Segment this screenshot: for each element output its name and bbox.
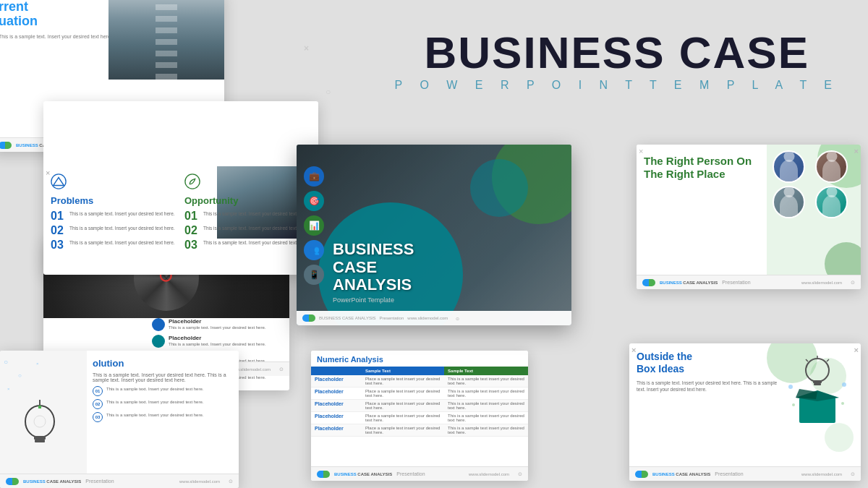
icon-tablet: 📱 <box>304 265 324 285</box>
slide-problems-opportunity: × × Problems 01 This is a sample text. I… <box>43 101 318 275</box>
main-title: BUSINESS CASE <box>395 29 839 76</box>
toggle-icon-br <box>635 471 648 478</box>
center-icons: 💼 🎯 📊 👥 📱 <box>304 166 324 285</box>
right-person-title: The Right Person On The Right Place <box>644 155 760 181</box>
avatar-2 <box>815 150 848 183</box>
svg-point-0 <box>51 174 66 189</box>
url-bl: www.slidemodel.com <box>179 479 220 484</box>
solution-title: olution <box>93 358 233 369</box>
avatar-4 <box>815 186 848 218</box>
rt-footer: BUSINESS CASE ANALYSIS Presentation www.… <box>637 275 861 289</box>
pres-rt: Presentation <box>722 280 750 285</box>
svg-marker-1 <box>54 178 64 186</box>
numeric-table: Sample Text Sample Text Placeholder Plac… <box>311 367 528 437</box>
toggle-icon-rt <box>642 279 655 286</box>
col1-header: Sample Text <box>362 367 444 375</box>
table-row: Placeholder Place a sample text insert y… <box>311 412 528 424</box>
center-title-block: BUSINESS CASE ANALYSIS PowerPoint Templa… <box>333 241 414 304</box>
toggle-icon-bl <box>6 478 19 485</box>
sol-num-1: 01 <box>93 386 103 396</box>
opp-2-text: This is a sample text. Insert your desir… <box>203 225 309 231</box>
svg-rect-4 <box>34 436 46 440</box>
sol-text-3: This is a sample text. Insert your desir… <box>106 412 203 419</box>
svg-point-3 <box>25 406 54 437</box>
slide-right-person: The Right Person On The Right Place <box>637 145 861 289</box>
url-bc: www.slidemodel.com <box>469 472 509 476</box>
slide-numeric-analysis: Numeric Analysis Sample Text Sample Text… <box>311 351 528 481</box>
pres-bl: Presentation <box>85 479 114 484</box>
center-main-title: BUSINESS CASE ANALYSIS <box>333 241 414 294</box>
topleft-subheader: uation <box>0 14 38 28</box>
icon-target: 🎯 <box>304 191 324 211</box>
slide-outside-box: × × <box>629 343 861 481</box>
brand-bl: BUSINESS CASE ANALYSIS <box>23 479 81 484</box>
ph-title-2: Placeholder <box>169 335 265 341</box>
svg-point-2 <box>185 174 200 189</box>
problem-3-text: This is a sample text. Insert your desir… <box>69 239 175 246</box>
toggle-icon-center <box>302 314 315 322</box>
url-br: www.slidemodel.com <box>801 472 842 476</box>
problem-1-text: This is a sample text. Insert your desir… <box>69 210 175 217</box>
table-row: Placeholder Place a sample text insert y… <box>311 375 528 388</box>
lightbulb-icon <box>14 400 65 458</box>
opportunity-column: Opportunity 01 This is a sample text. In… <box>184 174 311 254</box>
solution-intro: This is a sample text. Insert your desir… <box>93 372 233 382</box>
right-person-content: The Right Person On The Right Place <box>637 145 767 275</box>
slide-center-main: 💼 🎯 📊 👥 📱 BUSINESS CASE ANALYSIS PowerPo… <box>297 145 571 325</box>
ph-title-1: Placeholder <box>169 318 265 325</box>
topleft-image <box>109 0 224 80</box>
pres-center: Presentation <box>380 316 404 320</box>
opp-3-text: This is a sample text. Insert your desir… <box>203 239 309 246</box>
toggle-icon-bc <box>317 471 330 478</box>
teal-circle2-bg <box>470 159 528 217</box>
table-row: Placeholder Place a sample text insert y… <box>311 424 528 437</box>
brand-bc: BUSINESS CASE ANALYSIS <box>334 472 392 476</box>
toggle-icon <box>0 142 12 149</box>
br-footer: BUSINESS CASE ANALYSIS Presentation www.… <box>629 466 861 481</box>
leaf-icon <box>184 174 200 189</box>
outside-box-content: Outside the Box Ideas This is a sample t… <box>629 343 861 466</box>
title-area: BUSINESS CASE P O W E R P O I N T T E M … <box>395 29 839 92</box>
brand-rt: BUSINESS CASE ANALYSIS <box>660 281 718 285</box>
opportunity-title: Opportunity <box>184 195 311 206</box>
topleft-header: rrent <box>0 0 28 14</box>
warning-icon <box>51 174 67 189</box>
sol-num-3: 03 <box>93 412 103 422</box>
green-circle-br <box>825 242 861 275</box>
icon-people: 👥 <box>304 240 324 260</box>
icon-chart: 📊 <box>304 215 324 236</box>
outside-box-text: This is a sample text. Insert your desir… <box>637 380 781 459</box>
subtitle: P O W E R P O I N T T E M P L A T E <box>395 79 839 92</box>
center-subtitle: PowerPoint Template <box>333 296 414 304</box>
pres-bc: Presentation <box>396 471 425 476</box>
bulb-decoration: ○ ○ × × <box>0 351 87 474</box>
url-center: www.slidemodel.com <box>407 316 448 320</box>
bottom-left-footer: BUSINESS CASE ANALYSIS Presentation www.… <box>0 474 239 488</box>
x-mark-rt2: × <box>639 147 643 155</box>
problems-column: Problems 01 This is a sample text. Inser… <box>51 174 177 254</box>
center-slide-footer: BUSINESS CASE ANALYSIS Presentation www.… <box>297 311 571 325</box>
problem-2-text: This is a sample text. Insert your desir… <box>69 225 175 231</box>
avatar-grid <box>767 145 861 224</box>
sol-text-1: This is a sample text. Insert your desir… <box>106 386 203 393</box>
brand-br: BUSINESS CASE ANALYSIS <box>652 472 710 476</box>
brand-center: BUSINESS CASE ANALYSIS <box>319 316 376 320</box>
avatar-3 <box>773 186 805 218</box>
problems-title: Problems <box>51 195 177 206</box>
svg-rect-7 <box>38 406 41 408</box>
sol-text-2: This is a sample text. Insert your desir… <box>106 399 203 406</box>
slide-solution: ○ ○ × × olution This is a sample text. I… <box>0 351 239 488</box>
opp-1-text: This is a sample text. Insert your desir… <box>203 210 309 217</box>
center-background: 💼 🎯 📊 👥 📱 BUSINESS CASE ANALYSIS PowerPo… <box>297 145 571 325</box>
icon-briefcase: 💼 <box>304 166 324 187</box>
outside-box-title: Outside the Box Ideas <box>637 351 781 375</box>
sol-num-2: 02 <box>93 399 103 409</box>
col2-header: Sample Text <box>444 367 528 375</box>
avatar-1 <box>773 150 805 183</box>
table-row: Placeholder Place a sample text insert y… <box>311 400 528 412</box>
pres-br: Presentation <box>715 471 743 476</box>
svg-point-8 <box>34 416 46 427</box>
table-row: Placeholder Place a sample text insert y… <box>311 388 528 400</box>
avatar-area <box>767 145 861 275</box>
numeric-title: Numeric Analysis <box>317 355 522 364</box>
